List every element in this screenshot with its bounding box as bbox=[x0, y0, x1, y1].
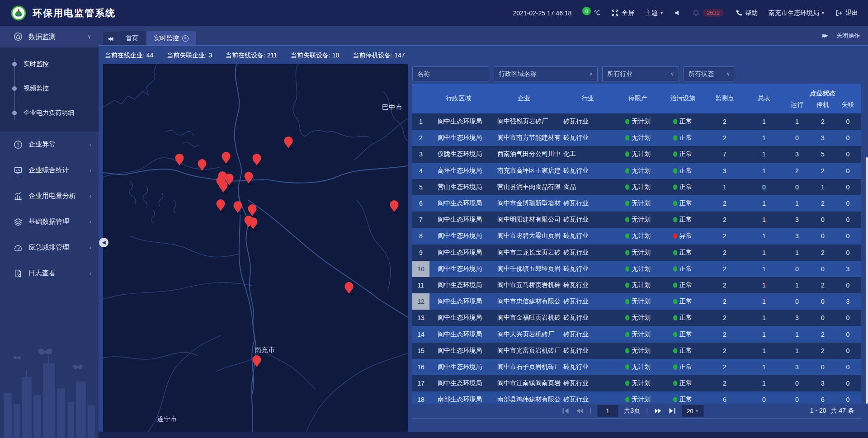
table-row[interactable]: 2阆中生态环境局阆中市南方节能建材有砖瓦行业无计划正常21030 bbox=[412, 130, 861, 146]
map-collapse-handle[interactable]: ◀ bbox=[99, 238, 108, 247]
cell-monitor-points: 6 bbox=[704, 391, 745, 404]
table-row[interactable]: 16阆中生态环境局阆中市石子页岩机砖厂砖瓦行业无计划正常21300 bbox=[412, 359, 861, 375]
help-button[interactable]: 帮助 bbox=[735, 9, 758, 17]
tab-首页[interactable]: 首页 bbox=[118, 31, 146, 45]
cell-total-meters: 1 bbox=[745, 293, 783, 310]
sidebar-item-log-view[interactable]: 日志查看‹ bbox=[0, 260, 99, 286]
sidebar-item-power-usage-analysis[interactable]: 企业用电量分析‹ bbox=[0, 183, 99, 209]
prev-page-button[interactable] bbox=[576, 407, 584, 414]
map-pin-icon[interactable] bbox=[284, 137, 293, 150]
fullscreen-button[interactable]: 全屏 bbox=[611, 9, 634, 17]
map-panel[interactable]: 巴中市南充市遂宁市 bbox=[103, 64, 408, 432]
cell-industry: 砖瓦行业 bbox=[561, 359, 615, 375]
tab-close-icon[interactable]: ✕ bbox=[182, 35, 189, 42]
logout-button[interactable]: 退出 bbox=[835, 9, 858, 17]
map-pin-icon[interactable] bbox=[222, 152, 231, 165]
cell-running: 0 bbox=[783, 179, 811, 195]
notification-area[interactable]: 2632 bbox=[692, 9, 724, 17]
industry-select[interactable]: 所有行业 ∨ bbox=[602, 66, 679, 81]
table-row[interactable]: 13阆中生态环境局阆中市金福旺页岩机砖砖瓦行业无计划正常21300 bbox=[412, 310, 861, 326]
last-page-button[interactable] bbox=[668, 407, 676, 414]
status-select[interactable]: 所有状态 ∨ bbox=[684, 66, 735, 81]
table-body: 1阆中生态环境局阆中强锐页岩砖厂砖瓦行业无计划正常211202阆中生态环境局阆中… bbox=[412, 113, 861, 404]
cell-stopped: 0 bbox=[811, 228, 835, 244]
sidebar-item-data-monitoring[interactable]: 数据监测∨ bbox=[0, 26, 99, 47]
cell-facility-status: 正常 bbox=[661, 326, 704, 342]
chevron-left-icon: ‹ bbox=[90, 219, 91, 225]
tabs-scroll-left-button[interactable]: ◀◀ bbox=[103, 32, 118, 45]
cell-industry: 砖瓦行业 bbox=[561, 326, 615, 342]
cell-region: 仪陇生态环境局 bbox=[429, 146, 487, 162]
map-roads bbox=[103, 64, 408, 432]
map-pin-icon[interactable] bbox=[248, 204, 257, 218]
cell-monitor-points: 3 bbox=[704, 163, 745, 179]
cell-total-meters: 1 bbox=[745, 245, 783, 261]
next-page-button[interactable] bbox=[654, 407, 662, 414]
map-pin-icon[interactable] bbox=[217, 199, 226, 213]
table-row[interactable]: 18南部生态环境局南部县鸿伟建材有限公砖瓦行业无计划正常60060 bbox=[412, 391, 861, 404]
close-operations-button[interactable]: 关闭操作 bbox=[836, 32, 860, 40]
table-row[interactable]: 11阆中生态环境局阆中市五马桥页岩机砖砖瓦行业无计划正常21120 bbox=[412, 277, 861, 293]
map-pin-icon[interactable] bbox=[245, 172, 254, 185]
sidebar-subitem-power-load-detail[interactable]: 企业电力负荷明细 bbox=[0, 101, 99, 125]
org-dropdown[interactable]: 南充市生态环境局 ▾ bbox=[769, 9, 824, 17]
table-row[interactable]: 5营山生态环境局营山县润丰肉食品有限食品无计划正常10010 bbox=[412, 179, 861, 195]
cell-total-meters: 1 bbox=[745, 261, 783, 277]
cell-production-status: 无计划 bbox=[615, 375, 661, 391]
cell-stopped: 3 bbox=[811, 130, 835, 146]
page-number-input[interactable]: 1 bbox=[597, 405, 618, 417]
cell-company: 阆中市南方节能建材有 bbox=[487, 130, 561, 146]
sidebar-item-enterprise-statistics[interactable]: 企业综合统计‹ bbox=[0, 157, 99, 183]
table-row[interactable]: 1阆中生态环境局阆中强锐页岩砖厂砖瓦行业无计划正常21120 bbox=[412, 113, 861, 130]
cell-company: 阆中大兴页岩机砖厂 bbox=[487, 326, 561, 342]
sidebar-item-emergency-reduction[interactable]: 应急减排管理‹ bbox=[0, 235, 99, 260]
row-index: 8 bbox=[412, 228, 429, 244]
cell-facility-status: 正常 bbox=[661, 391, 704, 404]
sidebar-subitem-realtime-monitor[interactable]: 实时监控 bbox=[0, 52, 99, 76]
table-row[interactable]: 6阆中生态环境局阆中市金博瑞新型墙材砖瓦行业无计划正常21120 bbox=[412, 195, 861, 212]
cell-company: 阆中市江南镇阆南页岩 bbox=[487, 375, 561, 391]
cell-total-meters: 1 bbox=[745, 326, 783, 342]
table-row[interactable]: 10阆中生态环境局阆中千佛镇五郎垭页岩砖瓦行业无计划正常21003 bbox=[412, 261, 861, 277]
map-pin-icon[interactable] bbox=[219, 181, 228, 194]
table-row[interactable]: 14阆中生态环境局阆中大兴页岩机砖厂砖瓦行业无计划正常21120 bbox=[412, 326, 861, 342]
sidebar-item-label: 应急减排管理 bbox=[28, 243, 90, 252]
region-select[interactable]: 行政区域名称 ∨ bbox=[494, 66, 598, 81]
map-pin-icon[interactable] bbox=[253, 154, 262, 167]
sidebar-item-base-data-management[interactable]: 基础数据管理‹ bbox=[0, 209, 99, 235]
bottom-strip bbox=[99, 432, 868, 438]
table-row[interactable]: 7阆中生态环境局阆中明阳建材有限公司砖瓦行业无计划正常21300 bbox=[412, 212, 861, 228]
first-page-button[interactable] bbox=[561, 407, 570, 414]
table-row[interactable]: 4高坪生态环境局南充市高坪区王家店建砖瓦行业无计划正常31220 bbox=[412, 163, 861, 179]
status-dot-green-icon bbox=[625, 250, 629, 255]
map-pin-icon[interactable] bbox=[175, 154, 184, 167]
sound-button[interactable] bbox=[674, 9, 681, 17]
theme-dropdown[interactable]: 主题 ▾ bbox=[645, 9, 663, 17]
map-pin-icon[interactable] bbox=[345, 282, 354, 296]
table-row[interactable]: 15阆中生态环境局阆中市光富页岩机砖厂砖瓦行业无计划正常21120 bbox=[412, 343, 861, 359]
cell-monitor-points: 2 bbox=[704, 113, 745, 130]
name-search-input[interactable]: 名称 bbox=[412, 66, 489, 81]
bell-icon bbox=[692, 9, 700, 17]
cell-running: 3 bbox=[783, 212, 811, 228]
cell-company: 阆中明阳建材有限公司 bbox=[487, 212, 561, 228]
tab-实时监控[interactable]: 实时监控✕ bbox=[146, 31, 196, 45]
tabs-scroll-right-icon[interactable]: ▶▶ bbox=[822, 33, 828, 38]
cell-company: 南充市高坪区王家店建 bbox=[487, 163, 561, 179]
sidebar-subitem-video-monitor[interactable]: 视频监控 bbox=[0, 76, 99, 101]
table-row[interactable]: 12阆中生态环境局阆中市忠信建材有限公砖瓦行业无计划正常21003 bbox=[412, 293, 861, 310]
sidebar-item-enterprise-abnormal[interactable]: 企业异常‹ bbox=[0, 132, 99, 157]
table-row[interactable]: 9阆中生态环境局阆中市二龙长宝页岩砖砖瓦行业无计划正常21120 bbox=[412, 245, 861, 261]
table-row[interactable]: 3仪陇生态环境局西南油气田分公司川中化工无计划正常71350 bbox=[412, 146, 861, 162]
map-pin-icon[interactable] bbox=[198, 159, 207, 173]
map-pin-icon[interactable] bbox=[390, 200, 399, 214]
page-size-select[interactable]: 20 ∨ bbox=[682, 405, 703, 417]
table-row[interactable]: 8阆中生态环境局阆中市枣碧大梁山页岩砖瓦行业无计划异常21300 bbox=[412, 228, 861, 244]
table-row[interactable]: 17阆中生态环境局阆中市江南镇阆南页岩砖瓦行业无计划正常21030 bbox=[412, 375, 861, 391]
sidebar-item-label: 企业异常 bbox=[28, 140, 90, 149]
cell-monitor-points: 2 bbox=[704, 375, 745, 391]
cell-industry: 砖瓦行业 bbox=[561, 310, 615, 326]
cell-industry: 砖瓦行业 bbox=[561, 343, 615, 359]
map-pin-icon[interactable] bbox=[234, 201, 243, 215]
scrollbar-thumb[interactable] bbox=[866, 157, 868, 404]
